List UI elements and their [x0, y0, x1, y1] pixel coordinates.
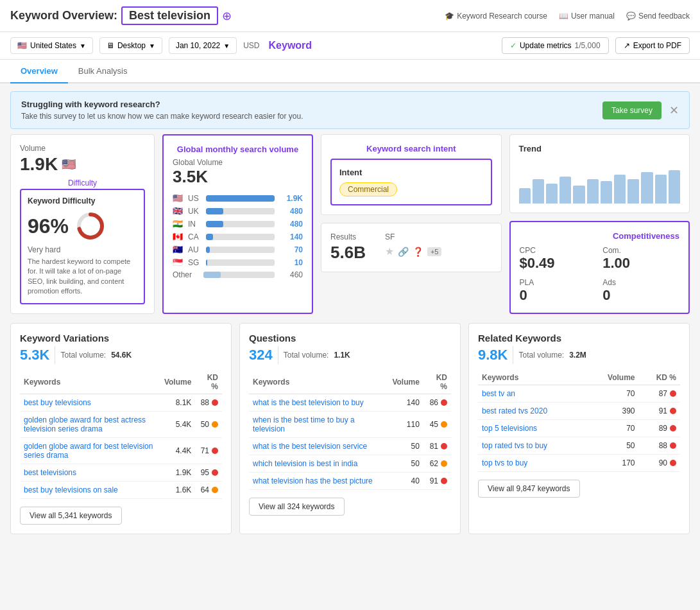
- trend-label: Trend: [519, 144, 681, 153]
- au-code: AU: [188, 245, 202, 254]
- tabs-container: Overview Bulk Analysis: [0, 60, 700, 83]
- keyword-cell[interactable]: top tvs to buy: [478, 455, 587, 472]
- in-code: IN: [188, 220, 202, 229]
- plus-badge: +5: [427, 247, 442, 256]
- keyword-cell[interactable]: what television has the best picture: [249, 473, 388, 490]
- intent-section-title: Keyword search intent: [330, 144, 492, 153]
- volume-cell: 1.6K: [160, 482, 195, 499]
- keyword-cell[interactable]: when is the best time to buy a televisio…: [249, 412, 388, 438]
- banner-title: Struggling with keyword research?: [21, 100, 303, 109]
- date-selector[interactable]: Jan 10, 2022 ▼: [169, 37, 237, 54]
- toolbar: 🇺🇸 United States ▼ 🖥 Desktop ▼ Jan 10, 2…: [0, 32, 700, 60]
- keyword-variations-section: Keyword Variations 5.3K Total volume: 54…: [10, 323, 232, 534]
- trend-chart: [519, 159, 681, 204]
- kd-cell: 45: [423, 412, 451, 438]
- take-survey-button[interactable]: Take survey: [602, 101, 662, 119]
- view-all-kv-button[interactable]: View all 5,341 keywords: [20, 507, 122, 525]
- close-banner-button[interactable]: ✕: [669, 103, 679, 118]
- device-selector[interactable]: 🖥 Desktop ▼: [99, 37, 162, 54]
- chevron-down-icon-2: ▼: [149, 42, 155, 49]
- kd-cell: 89: [639, 420, 680, 437]
- export-pdf-button[interactable]: ↗ Export to PDF: [615, 37, 690, 54]
- keyword-cell[interactable]: best buy televisions: [20, 394, 160, 412]
- kd-cell: 87: [639, 385, 680, 403]
- view-all-rk-button[interactable]: View all 9,847 keywords: [478, 480, 580, 498]
- volume-cell: 4.4K: [160, 438, 195, 464]
- keyword-cell[interactable]: best televisions: [20, 464, 160, 482]
- keyword-cell[interactable]: top 5 televisions: [478, 420, 587, 437]
- send-feedback-link[interactable]: 💬 Send feedback: [626, 12, 690, 21]
- bar-au: [206, 247, 275, 253]
- q-col-kd: KD %: [423, 370, 451, 394]
- other-count: 460: [278, 270, 303, 279]
- trend-card: Trend: [509, 134, 690, 213]
- volume-cell: 170: [587, 455, 639, 472]
- view-all-q-button[interactable]: View all 324 keywords: [249, 498, 345, 516]
- metrics-row: Volume 1.9K 🇺🇸 Difficulty Keyword Diffic…: [10, 134, 690, 314]
- related-keywords-section: Related Keywords 9.8K Total volume: 3.2M…: [468, 323, 690, 534]
- trend-bar-3: [546, 184, 558, 204]
- kd-cell: 71: [195, 438, 222, 464]
- header: Keyword Overview: Best television ⊕ 🎓 Ke…: [0, 0, 700, 32]
- tab-bulk-analysis[interactable]: Bulk Analysis: [68, 60, 138, 83]
- add-keyword-icon[interactable]: ⊕: [222, 9, 232, 23]
- bar-sg: [206, 259, 275, 266]
- rk-meta: 9.8K Total volume: 3.2M: [478, 346, 680, 364]
- user-manual-link[interactable]: 📖 User manual: [559, 12, 615, 21]
- keyword-cell[interactable]: what is the best television to buy: [249, 394, 388, 412]
- ca-flag: 🇨🇦: [173, 232, 184, 241]
- pla-item: PLA 0: [520, 278, 597, 304]
- table-row: best buy televisions 8.1K 88: [20, 394, 222, 412]
- keyword-research-link[interactable]: 🎓 Keyword Research course: [445, 12, 547, 21]
- difficulty-section-label: Difficulty: [20, 179, 145, 187]
- q-total-volume: 1.1K: [334, 351, 350, 360]
- keyword-cell[interactable]: best rated tvs 2020: [478, 403, 587, 420]
- survey-banner: Struggling with keyword research? Take t…: [10, 91, 690, 129]
- q-meta: 324 Total volume: 1.1K: [249, 346, 451, 364]
- rk-title: Related Keywords: [478, 333, 680, 344]
- country-row-au: 🇦🇺 AU 70: [173, 245, 303, 254]
- country-row-ca: 🇨🇦 CA 140: [173, 232, 303, 241]
- header-title-prefix: Keyword Overview:: [10, 9, 117, 22]
- au-count: 70: [278, 245, 303, 254]
- kd-cell: 91: [639, 403, 680, 420]
- tab-overview[interactable]: Overview: [10, 60, 68, 83]
- keyword-cell[interactable]: best buy televisions on sale: [20, 482, 160, 499]
- rk-table: Keywords Volume KD % best tv an 70 87 be…: [478, 370, 680, 472]
- keyword-cell[interactable]: golden globe award for best television s…: [20, 438, 160, 464]
- ads-value: 0: [602, 287, 679, 304]
- sg-code: SG: [188, 258, 202, 267]
- update-metrics-button[interactable]: ✓ Update metrics 1/5,000: [502, 37, 609, 54]
- keyword-cell[interactable]: golden globe award for best actress tele…: [20, 412, 160, 438]
- trend-bar-12: [669, 170, 680, 204]
- volume-cell: 40: [388, 473, 423, 490]
- link-icon: 🔗: [398, 247, 409, 257]
- country-row-other: Other 460: [173, 270, 303, 279]
- keyword-cell[interactable]: best tv an: [478, 385, 587, 403]
- kv-meta: 5.3K Total volume: 54.6K: [20, 346, 222, 364]
- country-selector[interactable]: 🇺🇸 United States ▼: [10, 37, 93, 54]
- table-row: what is the best television service 50 8…: [249, 438, 451, 455]
- keyword-cell[interactable]: what is the best television service: [249, 438, 388, 455]
- keyword-cell[interactable]: top rated tvs to buy: [478, 437, 587, 455]
- sf-label: SF: [385, 232, 442, 241]
- other-label: Other: [173, 270, 200, 279]
- kd-cell: 95: [195, 464, 222, 482]
- intent-badge: Commercial: [339, 182, 397, 196]
- table-row: best tv an 70 87: [478, 385, 680, 403]
- table-row: best buy televisions on sale 1.6K 64: [20, 482, 222, 499]
- volume-cell: 50: [388, 455, 423, 473]
- chevron-down-icon-3: ▼: [223, 42, 230, 49]
- com-value: 1.00: [602, 255, 679, 272]
- au-flag: 🇦🇺: [173, 245, 184, 254]
- keyword-cell[interactable]: which television is best in india: [249, 455, 388, 473]
- kv-table: Keywords Volume KD % best buy television…: [20, 370, 222, 499]
- toolbar-right: ✓ Update metrics 1/5,000 ↗ Export to PDF: [502, 37, 690, 54]
- volume-cell: 5.4K: [160, 412, 195, 438]
- volume-value: 1.9K 🇺🇸: [20, 154, 145, 175]
- ca-code: CA: [188, 232, 202, 241]
- results-card: Results 5.6B SF ★ 🔗 ❓ +5: [321, 223, 502, 272]
- kv-count: 5.3K: [20, 347, 49, 363]
- kv-col-keywords: Keywords: [20, 370, 160, 394]
- us-count: 1.9K: [278, 194, 303, 203]
